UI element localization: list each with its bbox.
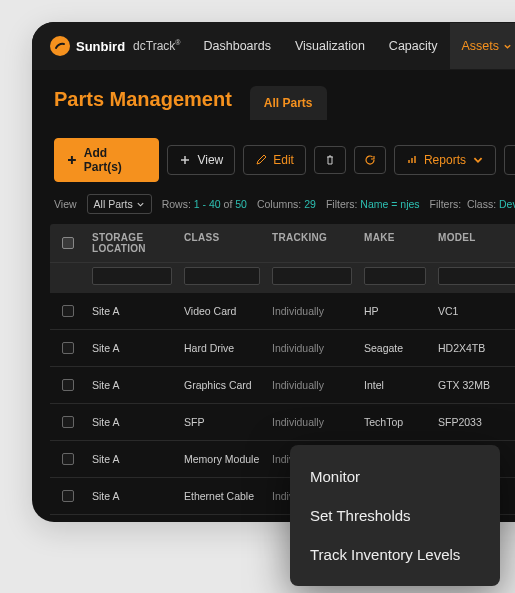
tab-all-parts[interactable]: All Parts [250, 86, 327, 120]
filter2: Filters: Class: Device Nam [430, 198, 515, 210]
row-checkbox[interactable] [62, 342, 74, 354]
cell-loc: Site A [86, 367, 178, 403]
chevron-down-icon [136, 200, 145, 209]
cell-loc: Site A [86, 330, 178, 366]
filter-tracking[interactable] [272, 267, 352, 285]
filter-class[interactable] [184, 267, 260, 285]
row-checkbox[interactable] [62, 305, 74, 317]
cell-class: Graphics Card [178, 367, 266, 403]
pencil-icon [255, 154, 267, 166]
cell-class: Hard Drive [178, 330, 266, 366]
cell-loc: Site A [86, 515, 178, 522]
add-parts-button[interactable]: Add Part(s) [54, 138, 159, 182]
row-checkbox[interactable] [62, 453, 74, 465]
cell-model: VC1 [432, 293, 515, 329]
filter-model[interactable] [438, 267, 515, 285]
menu-set-thresholds[interactable]: Set Thresholds [290, 496, 500, 535]
cell-make: Seagate [358, 330, 432, 366]
menu-track-inventory[interactable]: Track Inventory Levels [290, 535, 500, 574]
sunbird-logo-icon [50, 36, 70, 56]
filter-storage-location[interactable] [92, 267, 172, 285]
trash-icon [324, 154, 336, 166]
cell-class: SFP [178, 404, 266, 440]
edit-button[interactable]: Edit [243, 145, 306, 175]
col-tracking[interactable]: TRACKING [266, 224, 358, 262]
col-class[interactable]: CLASS [178, 224, 266, 262]
menu-monitor[interactable]: Monitor [290, 457, 500, 496]
table-row[interactable]: Site ASFPIndividuallyTechTopSFP2033 [50, 404, 515, 441]
delete-button[interactable] [314, 146, 346, 174]
export-button[interactable]: Ex [504, 145, 515, 175]
chevron-down-icon [503, 42, 512, 51]
view-label: View [54, 198, 77, 210]
table-row[interactable]: Site AHard DriveIndividuallySeagateHD2X4… [50, 330, 515, 367]
cell-class: Ethernet Cable [178, 478, 266, 514]
col-make[interactable]: MAKE [358, 224, 432, 262]
view-select[interactable]: All Parts [87, 194, 152, 214]
top-bar: Sunbird dcTrack® Dashboards Visualizatio… [32, 22, 515, 70]
table-filter-row [50, 263, 515, 293]
row-checkbox[interactable] [62, 416, 74, 428]
toolbar: Add Part(s) View Edit Reports Ex [32, 128, 515, 194]
main-nav: Dashboards Visualization Capacity Assets… [192, 23, 516, 69]
filter-bar: View All Parts Rows: 1 - 40 of 50 Column… [32, 194, 515, 224]
filter-make[interactable] [364, 267, 426, 285]
page-title: Parts Management [54, 88, 232, 111]
cell-track: Individually [266, 330, 358, 366]
cell-model: SFP2033 [432, 404, 515, 440]
cell-loc: Site A [86, 404, 178, 440]
refresh-button[interactable] [354, 146, 386, 174]
table-row[interactable]: Site AGraphics CardIndividuallyIntelGTX … [50, 367, 515, 404]
row-checkbox[interactable] [62, 379, 74, 391]
cell-loc: Site A [86, 441, 178, 477]
table-row[interactable]: Site AVideo CardIndividuallyHPVC1 [50, 293, 515, 330]
view-button[interactable]: View [167, 145, 235, 175]
nav-dashboards[interactable]: Dashboards [192, 23, 283, 69]
row-checkbox[interactable] [62, 490, 74, 502]
select-all-checkbox[interactable] [62, 237, 74, 249]
brand-name: Sunbird [76, 39, 125, 54]
plus-icon [66, 154, 78, 166]
cell-make: Intel [358, 367, 432, 403]
rows-info: Rows: 1 - 40 of 50 [162, 198, 247, 210]
cell-loc: Site A [86, 478, 178, 514]
nav-assets[interactable]: Assets [450, 23, 516, 69]
brand-product: dcTrack® [133, 39, 180, 53]
cell-class: Video Card [178, 293, 266, 329]
plus-icon [179, 154, 191, 166]
cell-make: HP [358, 293, 432, 329]
cols-info: Columns: 29 [257, 198, 316, 210]
page-header: Parts Management All Parts [32, 70, 515, 128]
brand: Sunbird dcTrack® [50, 36, 181, 56]
cell-track: Individually [266, 293, 358, 329]
filter1: Filters: Name = njes [326, 198, 420, 210]
cell-track: Individually [266, 404, 358, 440]
cell-track: Individually [266, 367, 358, 403]
cell-class: Memory Module [178, 441, 266, 477]
chevron-down-icon [472, 154, 484, 166]
table-header: STORAGE LOCATION CLASS TRACKING MAKE MOD… [50, 224, 515, 263]
refresh-icon [364, 154, 376, 166]
cell-class: Server Screws [178, 515, 266, 522]
cell-model: HD2X4TB [432, 330, 515, 366]
cell-model: GTX 32MB [432, 367, 515, 403]
reports-button[interactable]: Reports [394, 145, 496, 175]
nav-visualization[interactable]: Visualization [283, 23, 377, 69]
nav-capacity[interactable]: Capacity [377, 23, 450, 69]
col-model[interactable]: MODEL [432, 224, 515, 262]
report-icon [406, 154, 418, 166]
cell-loc: Site A [86, 293, 178, 329]
cell-make: TechTop [358, 404, 432, 440]
tabs: All Parts [250, 86, 327, 120]
context-menu: Monitor Set Thresholds Track Inventory L… [290, 445, 500, 586]
col-storage-location[interactable]: STORAGE LOCATION [86, 224, 178, 262]
